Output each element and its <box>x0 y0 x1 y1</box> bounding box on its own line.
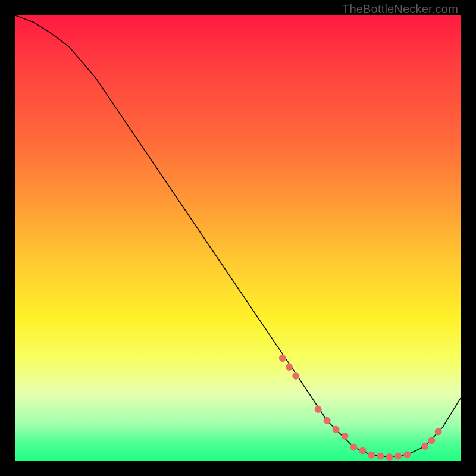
marker-dot <box>359 447 366 455</box>
chart-curve <box>15 15 461 457</box>
marker-dot <box>377 453 384 460</box>
chart-plot-area <box>15 15 461 461</box>
chart-svg <box>15 15 461 461</box>
chart-stage: TheBottleNecker.com <box>0 0 476 476</box>
marker-dot <box>421 443 428 450</box>
attribution-label: TheBottleNecker.com <box>342 2 458 16</box>
marker-dot <box>386 453 393 461</box>
marker-dot <box>428 437 435 444</box>
marker-dot <box>435 428 442 435</box>
marker-dot <box>324 417 331 424</box>
marker-dot <box>403 451 411 458</box>
chart-markers <box>279 355 442 461</box>
marker-dot <box>292 372 299 380</box>
marker-dot <box>286 364 293 371</box>
marker-dot <box>333 426 340 433</box>
marker-dot <box>279 355 286 362</box>
marker-dot <box>368 452 375 459</box>
marker-dot <box>350 444 357 451</box>
marker-dot <box>342 433 349 440</box>
marker-dot <box>315 406 322 413</box>
marker-dot <box>394 453 402 460</box>
